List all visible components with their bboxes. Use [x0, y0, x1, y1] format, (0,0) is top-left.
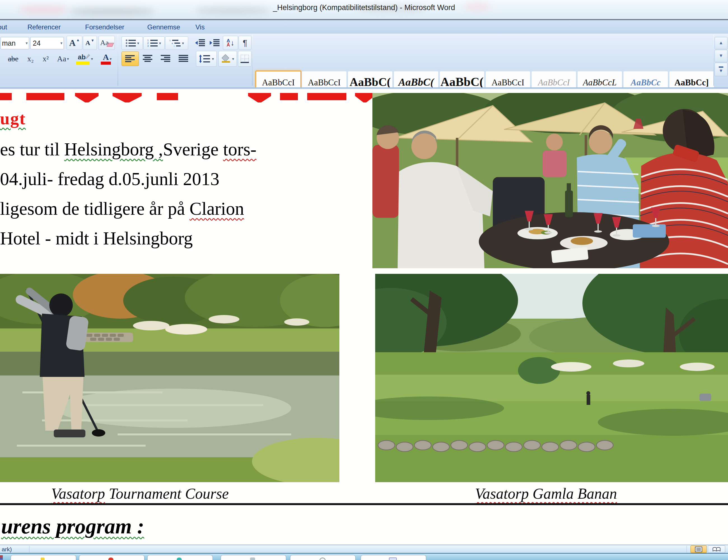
subscript-button[interactable]: x₂	[24, 52, 38, 66]
numbered-list-button[interactable]: 123 ▾	[143, 36, 165, 50]
print-layout-view-button[interactable]	[690, 545, 707, 553]
caption-text: Tournament Course	[105, 485, 229, 502]
shrink-font-button[interactable]: A▼	[83, 36, 97, 50]
word-window: _Helsingborg (Kompatibilitetstilstand) -…	[0, 0, 728, 560]
align-left-button[interactable]	[122, 52, 139, 66]
superscript-button[interactable]: x²	[39, 52, 53, 66]
caption-right[interactable]: Vasatorp Gamla Banan	[406, 485, 686, 502]
taskbar-button-2[interactable]	[79, 555, 144, 560]
text-run-red-squiggle: tors-	[223, 139, 256, 159]
red-heading-fragment[interactable]: ugt	[0, 109, 26, 129]
taskbar-button-1[interactable]	[11, 555, 76, 560]
bullet-list-icon	[125, 39, 136, 47]
svg-text:1: 1	[147, 39, 149, 42]
start-orb-fragment[interactable]	[0, 555, 3, 560]
chevron-down-icon: ▾	[91, 57, 93, 61]
change-case-glyph: Aa	[57, 54, 66, 63]
styles-gallery-scroll-up[interactable]: ▲	[715, 37, 727, 49]
chevron-down-icon: ▾	[182, 41, 184, 45]
caption-left[interactable]: Vasatorp Tournament Course	[0, 485, 280, 502]
chevron-down-icon: ▾	[137, 41, 139, 45]
font-name-value: man	[1, 39, 16, 47]
multilevel-list-button[interactable]: 1ai ▾	[165, 36, 188, 50]
text-highlight-button[interactable]: ab ▾	[74, 51, 97, 67]
body-line-4[interactable]: Hotel - midt i Helsingborg	[0, 228, 193, 249]
chevron-down-icon: ▾	[67, 57, 69, 61]
grow-font-button[interactable]: A▲	[67, 36, 82, 50]
grow-font-glyph: A	[69, 38, 76, 48]
ribbon: man ▾ 24 ▾ A▲ A▼ Aa abe x₂ x² Aa▾ ab ▾	[0, 34, 728, 87]
status-separator	[29, 546, 29, 552]
style-sample: AaBbCcI	[256, 78, 300, 88]
svg-text:2: 2	[147, 42, 149, 45]
align-right-icon	[161, 55, 171, 62]
font-color-swatch	[101, 62, 111, 65]
tab-sidelayout-partial[interactable]: out	[0, 22, 14, 32]
style-sample: AaBbCc]	[669, 78, 714, 88]
styles-gallery-scroll-down[interactable]: ▼	[715, 50, 727, 62]
status-bar: ark)	[0, 545, 728, 553]
decrease-indent-icon	[195, 39, 206, 47]
photo-golf-course[interactable]	[375, 274, 728, 482]
up-arrow-icon: ▲	[76, 38, 80, 42]
program-heading[interactable]: urens program :	[1, 514, 144, 538]
font-color-button[interactable]: A ▾	[99, 51, 116, 67]
bullet-list-button[interactable]: ▾	[122, 36, 143, 50]
highlight-color-swatch	[76, 62, 90, 65]
chevron-down-icon: ▾	[232, 57, 234, 61]
sort-letter-aa: Å	[227, 43, 230, 47]
decrease-indent-button[interactable]	[193, 36, 207, 49]
sort-button[interactable]: A Å ↓	[223, 36, 238, 50]
svg-text:3: 3	[147, 45, 149, 47]
taskbar-button-4[interactable]	[221, 555, 286, 560]
text-run: Sverige	[163, 139, 223, 159]
highlight-glyph: ab	[78, 53, 86, 61]
font-name-combo[interactable]: man ▾	[1, 37, 29, 49]
taskbar	[0, 553, 728, 560]
language-status-text[interactable]: ark)	[2, 546, 12, 553]
tab-forsendelser[interactable]: Forsendelser	[78, 22, 132, 32]
fullscreen-reading-view-button[interactable]	[708, 545, 725, 553]
photo-dining-terrace[interactable]	[372, 93, 728, 268]
style-sample: AaBbC(	[440, 75, 484, 89]
text-run: ligesom de tidligere år på	[0, 199, 190, 219]
chevron-down-icon: ▾	[212, 57, 214, 61]
align-center-button[interactable]	[139, 52, 156, 66]
align-right-button[interactable]	[157, 52, 174, 66]
down-arrow-icon: ▼	[91, 38, 94, 43]
borders-button[interactable]	[238, 51, 251, 67]
horizontal-rule	[0, 503, 728, 505]
photo-golfer-lake[interactable]	[0, 274, 339, 482]
golf-course-illustration	[375, 274, 728, 482]
taskbar-icon-circle	[319, 557, 326, 560]
chevron-down-icon: ▾	[59, 41, 64, 46]
clear-formatting-button[interactable]: Aa	[99, 36, 115, 50]
tab-gennemse[interactable]: Gennemse	[140, 22, 187, 32]
taskbar-button-6[interactable]	[361, 555, 426, 560]
change-case-button[interactable]: Aa▾	[54, 52, 72, 66]
line-spacing-icon	[199, 55, 211, 63]
style-sample: AaBbCcI	[302, 78, 346, 88]
shading-button[interactable]: ▾	[218, 51, 237, 67]
open-book-icon	[712, 547, 721, 552]
taskbar-icon-yellow	[41, 557, 45, 560]
multilevel-list-icon: 1ai	[169, 39, 181, 47]
font-size-combo[interactable]: 24 ▾	[30, 37, 64, 49]
styles-gallery-more-button[interactable]: ▬▼	[715, 63, 727, 76]
body-line-3[interactable]: ligesom de tidligere år på Clarion	[0, 198, 244, 219]
tab-referencer[interactable]: Referencer	[20, 22, 68, 32]
taskbar-button-3[interactable]	[147, 555, 213, 560]
body-line-1[interactable]: es tur til Helsingborg ,Sverige tors-	[0, 139, 256, 160]
title-bar[interactable]: _Helsingborg (Kompatibilitetstilstand) -…	[0, 0, 728, 20]
document-page[interactable]: ugt es tur til Helsingborg ,Sverige tors…	[0, 89, 728, 545]
line-spacing-button[interactable]: ▾	[196, 51, 217, 67]
text-run-red-squiggle: Clarion	[190, 199, 244, 219]
strikethrough-button[interactable]: abe	[4, 52, 22, 66]
tab-vis[interactable]: Vis	[188, 22, 212, 32]
body-line-2[interactable]: 04.juli- fredag d.05.junli 2013	[0, 169, 220, 190]
show-paragraph-marks-button[interactable]: ¶	[239, 36, 251, 50]
taskbar-button-5[interactable]	[290, 555, 356, 560]
eraser-icon	[107, 43, 114, 47]
justify-button[interactable]	[175, 52, 192, 66]
increase-indent-button[interactable]	[208, 36, 222, 49]
